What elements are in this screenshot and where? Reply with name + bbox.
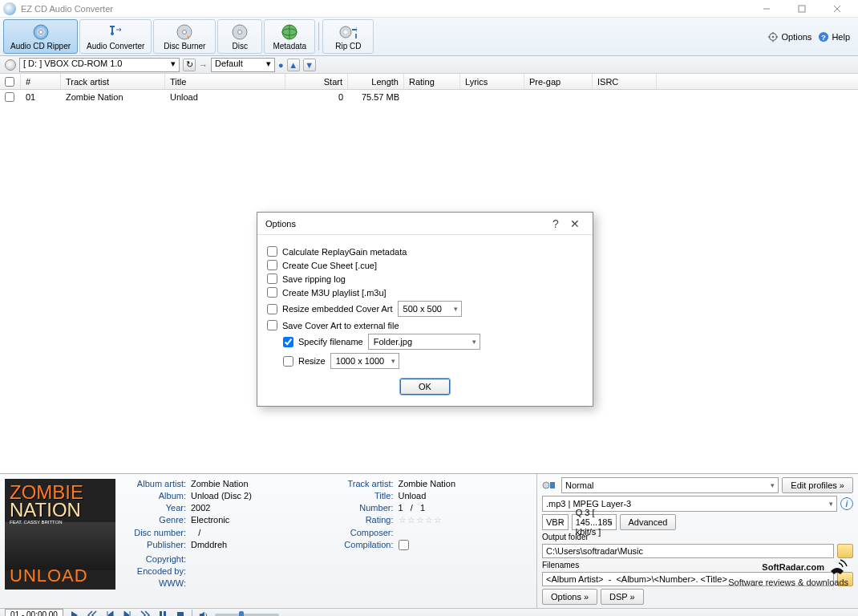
label-track-artist: Track artist: [330, 479, 394, 488]
minimize-button[interactable] [749, 0, 784, 18]
label-album-artist: Album artist: [122, 479, 186, 488]
filenames-input[interactable] [542, 572, 834, 586]
drive-select[interactable]: [ D: ] VBOX CD-ROM 1.0▾ [19, 58, 180, 72]
log-checkbox[interactable] [267, 274, 277, 284]
options-link[interactable]: Options [767, 31, 811, 43]
resize-cover-combo[interactable]: 500 x 500 [398, 301, 462, 317]
svg-point-25 [543, 482, 549, 488]
drive-icon [5, 59, 16, 71]
svg-point-6 [111, 32, 114, 35]
svg-point-8 [183, 30, 187, 34]
main-toolbar: Audio CD Ripper Audio Converter Disc Bur… [0, 18, 858, 56]
browse-folder-button[interactable] [837, 544, 853, 558]
metadata-panel: ZOMBIENATIONFEAT. CASSY BRITTON UNLOAD A… [0, 474, 537, 608]
rewind-button[interactable] [103, 610, 116, 617]
forward-button[interactable] [121, 610, 134, 617]
eject-button[interactable]: ▲ [287, 59, 300, 71]
replaygain-checkbox[interactable] [267, 246, 277, 257]
maximize-button[interactable] [784, 0, 820, 18]
profile-select[interactable]: Default▾ [211, 58, 275, 72]
drive-bar: [ D: ] VBOX CD-ROM 1.0▾ ↻ → Default▾ ● ▲… [0, 56, 858, 74]
audio-converter-button[interactable]: Audio Converter [79, 19, 152, 54]
mode-combo[interactable]: VBR [542, 514, 569, 530]
dialog-help-button[interactable]: ? [546, 214, 565, 233]
gear-icon [767, 31, 779, 43]
filenames-builder-button[interactable] [837, 572, 853, 586]
col-num[interactable]: # [21, 74, 61, 89]
album-cover[interactable]: ZOMBIENATIONFEAT. CASSY BRITTON UNLOAD [5, 479, 115, 590]
resize2-checkbox[interactable] [283, 356, 293, 367]
volume-slider[interactable] [215, 614, 279, 617]
quality-combo[interactable]: Q 3 [ 145...185 kbit/s ] [572, 514, 617, 530]
svg-text:?: ? [821, 32, 826, 41]
help-icon: ? [818, 31, 829, 43]
resize2-combo[interactable]: 1000 x 1000 [330, 353, 400, 369]
rip-icon [339, 23, 357, 41]
cue-checkbox[interactable] [267, 260, 277, 270]
disc-burner-button[interactable]: Disc Burner [153, 19, 216, 54]
output-folder-input[interactable] [542, 544, 834, 558]
edit-profiles-button[interactable]: Edit profiles » [782, 477, 853, 493]
play-button[interactable] [68, 610, 81, 617]
close-button[interactable] [820, 0, 855, 18]
svg-point-10 [238, 30, 242, 34]
resize-cover-checkbox[interactable] [267, 304, 277, 314]
advanced-button[interactable]: Advanced [620, 514, 677, 530]
globe-icon [281, 23, 298, 41]
col-title[interactable]: Title [165, 74, 285, 89]
col-length[interactable]: Length [348, 74, 404, 89]
ok-button[interactable]: OK [400, 379, 450, 395]
m3u-checkbox[interactable] [267, 287, 277, 298]
metadata-button[interactable]: Metadata [264, 19, 315, 54]
profile-combo[interactable]: Normal [561, 477, 779, 493]
info-icon[interactable]: i [840, 497, 853, 510]
refresh-button[interactable]: ↻ [183, 59, 196, 71]
profile-icon [542, 479, 558, 492]
col-lyrics[interactable]: Lyrics [460, 74, 524, 89]
rip-cd-button[interactable]: Rip CD [322, 19, 374, 54]
col-start[interactable]: Start [285, 74, 348, 89]
svg-rect-29 [177, 612, 184, 617]
filenames-label: Filenames [542, 561, 853, 569]
playback-position: 01 - 00:00.00 [5, 609, 63, 616]
specify-filename-input[interactable]: Folder.jpg [368, 334, 480, 350]
col-pregap[interactable]: Pre-gap [524, 74, 593, 89]
svg-rect-16 [355, 34, 357, 38]
disc-button[interactable]: Disc [217, 19, 262, 54]
help-link[interactable]: ? Help [818, 31, 850, 43]
compilation-checkbox[interactable] [399, 540, 409, 550]
pause-button[interactable] [156, 610, 169, 617]
specify-filename-checkbox[interactable] [283, 337, 293, 347]
svg-rect-28 [164, 611, 166, 617]
disc-burn-icon [176, 23, 193, 41]
track-table-header: # Track artist Title Start Length Rating… [0, 74, 858, 90]
svg-point-15 [344, 30, 347, 34]
window-title: EZ CD Audio Converter [21, 4, 113, 14]
options-button[interactable]: Options » [542, 589, 597, 605]
load-button[interactable]: ▼ [303, 59, 316, 71]
dsp-button[interactable]: DSP » [601, 589, 644, 605]
rating-stars[interactable]: ☆☆☆☆☆ [399, 515, 532, 525]
select-all-checkbox[interactable] [5, 77, 14, 87]
encode-panel: Normal Edit profiles » .mp3 | MPEG Layer… [537, 474, 858, 608]
row-checkbox[interactable] [5, 92, 14, 102]
table-row[interactable]: 01 Zombie Nation Unload 0 75.57 MB [0, 90, 858, 104]
stop-button[interactable] [174, 610, 187, 617]
value-album-artist[interactable]: Zombie Nation [191, 479, 325, 488]
next-button[interactable] [139, 610, 152, 617]
save-cover-checkbox[interactable] [267, 320, 277, 330]
dialog-close-button[interactable]: ✕ [565, 214, 585, 233]
options-dialog: Options ? ✕ Calculate ReplayGain metadat… [257, 212, 593, 407]
value-track-artist[interactable]: Zombie Nation [399, 479, 532, 488]
audio-cd-ripper-button[interactable]: Audio CD Ripper [3, 19, 78, 54]
note-convert-icon [107, 23, 124, 41]
col-rating[interactable]: Rating [404, 74, 460, 89]
playback-bar: 01 - 00:00.00 [0, 608, 858, 616]
svg-point-5 [38, 30, 42, 34]
svg-rect-27 [160, 611, 162, 617]
col-isrc[interactable]: ISRC [593, 74, 657, 89]
col-artist[interactable]: Track artist [61, 74, 165, 89]
prev-button[interactable] [86, 610, 99, 617]
svg-rect-1 [799, 6, 805, 12]
svg-rect-26 [550, 482, 555, 488]
